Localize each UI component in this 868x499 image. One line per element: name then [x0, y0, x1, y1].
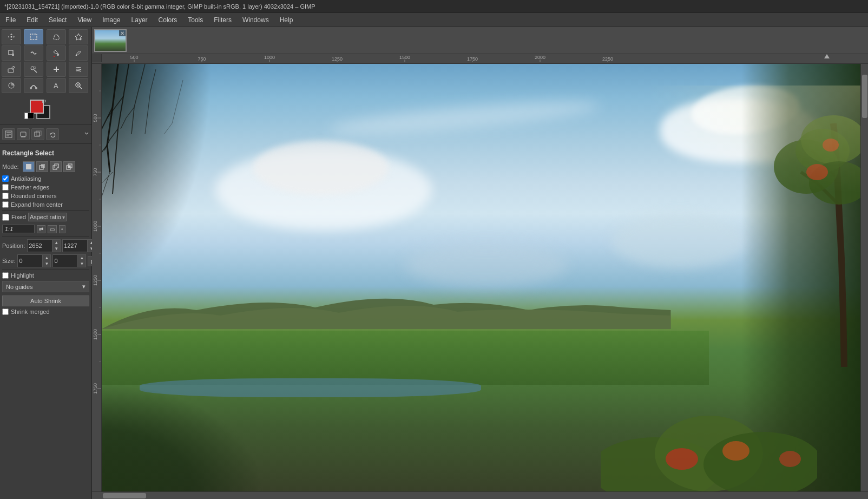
- bucket-fill-tool[interactable]: [47, 45, 66, 61]
- size-h-down[interactable]: ▼: [77, 261, 86, 267]
- canvas-image-area[interactable]: [102, 64, 860, 491]
- position-y-input[interactable]: [63, 241, 87, 250]
- position-x-input[interactable]: [28, 241, 52, 250]
- heal-tool[interactable]: [47, 62, 66, 77]
- close-image-icon[interactable]: ✕: [119, 30, 126, 36]
- svg-rect-14: [21, 132, 26, 136]
- tool-options-panel: Rectangle Select Mode:: [0, 146, 91, 499]
- divider-4: [2, 237, 89, 237]
- ratio-size-btn2[interactable]: ▫: [59, 225, 65, 233]
- expand-from-center-label[interactable]: Expand from center: [2, 201, 63, 208]
- fuzzy-select-tool[interactable]: [69, 29, 88, 44]
- toolbox-row3: [0, 62, 91, 78]
- svg-rect-1: [30, 34, 37, 40]
- svg-point-77: [666, 448, 698, 470]
- mode-row: Mode:: [2, 161, 89, 172]
- erase-tool[interactable]: [2, 62, 21, 77]
- hscroll-thumb[interactable]: [103, 493, 146, 498]
- swap-colors-icon[interactable]: ⇄: [42, 99, 46, 104]
- menu-image[interactable]: Image: [97, 13, 126, 27]
- position-x-up[interactable]: ▲: [52, 240, 60, 246]
- path-tool[interactable]: [24, 78, 43, 93]
- svg-text:1750: 1750: [467, 56, 478, 62]
- fixed-checkbox[interactable]: [2, 214, 9, 221]
- menubar: File Edit Select View Image Layer Colors…: [0, 13, 868, 27]
- menu-filters[interactable]: Filters: [208, 13, 237, 27]
- menu-edit[interactable]: Edit: [21, 13, 43, 27]
- divider-5: [2, 270, 89, 270]
- menu-layer[interactable]: Layer: [126, 13, 153, 27]
- ratio-swap-btn[interactable]: ⇄: [37, 225, 45, 233]
- free-select-tool[interactable]: [47, 29, 66, 44]
- menu-help[interactable]: Help: [274, 13, 299, 27]
- size-h-input[interactable]: [53, 257, 77, 265]
- pencil-tool[interactable]: [69, 45, 88, 61]
- ratio-input[interactable]: [2, 225, 35, 233]
- mode-intersect[interactable]: [63, 161, 75, 172]
- size-w-input[interactable]: [18, 257, 42, 265]
- antialiasing-label[interactable]: Antialiasing: [2, 175, 41, 182]
- guides-dropdown[interactable]: No guides ▾: [2, 281, 89, 292]
- mode-subtract[interactable]: [50, 161, 62, 172]
- size-w-up[interactable]: ▲: [42, 255, 50, 261]
- menu-view[interactable]: View: [72, 13, 97, 27]
- antialiasing-checkbox[interactable]: [2, 175, 9, 182]
- auto-shrink-button[interactable]: Auto Shrink: [2, 296, 89, 306]
- menu-tools[interactable]: Tools: [182, 13, 208, 27]
- tool-options-title: Rectangle Select: [2, 148, 89, 158]
- rounded-corners-checkbox[interactable]: [2, 193, 9, 199]
- images-panel-icon[interactable]: [31, 128, 44, 140]
- size-h-wrapper: ▲ ▼: [52, 254, 86, 267]
- color-swatches-area: ⇄: [0, 95, 91, 122]
- aspect-ratio-dropdown[interactable]: Aspect ratio ▾: [28, 213, 67, 221]
- device-status-icon[interactable]: [17, 128, 30, 140]
- canvas-area: ✕ 500 750 1000 1250: [92, 27, 868, 499]
- warp-tool[interactable]: [24, 45, 43, 61]
- transform-tool[interactable]: [2, 45, 21, 61]
- tool-options-panel-icon[interactable]: [2, 128, 15, 140]
- move-tool[interactable]: [2, 29, 21, 44]
- default-colors-icon[interactable]: [28, 113, 34, 119]
- ratio-size-btn[interactable]: ▭: [48, 225, 57, 233]
- mode-replace[interactable]: [23, 161, 35, 172]
- dodge-burn-tool[interactable]: [2, 78, 21, 93]
- shrink-merged-label[interactable]: Shrink merged: [2, 308, 50, 315]
- menu-file[interactable]: File: [0, 13, 21, 27]
- fixed-row: Fixed Aspect ratio ▾: [2, 213, 89, 221]
- shrink-merged-checkbox[interactable]: [2, 308, 9, 315]
- zoom-tool[interactable]: [69, 78, 88, 93]
- position-x-down[interactable]: ▼: [52, 246, 60, 252]
- menu-select[interactable]: Select: [43, 13, 72, 27]
- position-x-spin: ▲ ▼: [52, 240, 60, 252]
- size-w-down[interactable]: ▼: [42, 261, 50, 267]
- titlebar: *[20231031_154721] (imported)-1.0 (RGB c…: [0, 0, 868, 13]
- clone-tool[interactable]: [24, 62, 43, 77]
- size-label: Size:: [2, 258, 15, 264]
- fixed-checkbox-label[interactable]: Fixed: [2, 214, 26, 221]
- svg-text:1000: 1000: [264, 55, 275, 60]
- collapse-panel-btn[interactable]: [84, 130, 89, 138]
- svg-rect-25: [68, 166, 70, 168]
- horizontal-scrollbar[interactable]: [92, 491, 868, 499]
- mode-add[interactable]: [36, 161, 48, 172]
- antialiasing-row: Antialiasing: [2, 175, 89, 182]
- rounded-corners-label[interactable]: Rounded corners: [2, 193, 56, 199]
- menu-windows[interactable]: Windows: [237, 13, 274, 27]
- vertical-scrollbar[interactable]: [860, 64, 868, 491]
- text-tool[interactable]: A: [47, 78, 66, 93]
- position-row: Position: ▲ ▼ ▲ ▼: [2, 239, 89, 252]
- highlight-checkbox[interactable]: [2, 272, 9, 279]
- vscroll-thumb[interactable]: [862, 75, 867, 118]
- svg-point-0: [11, 36, 12, 38]
- image-thumbnail[interactable]: ✕: [94, 29, 127, 52]
- svg-text:1250: 1250: [332, 56, 343, 62]
- menu-colors[interactable]: Colors: [153, 13, 183, 27]
- size-h-up[interactable]: ▲: [77, 255, 86, 261]
- smudge-tool[interactable]: [69, 62, 88, 77]
- feather-edges-checkbox[interactable]: [2, 184, 9, 191]
- expand-from-center-checkbox[interactable]: [2, 201, 9, 208]
- highlight-label[interactable]: Highlight: [2, 272, 34, 279]
- rect-select-tool[interactable]: [24, 29, 43, 44]
- feather-edges-label[interactable]: Feather edges: [2, 184, 49, 191]
- undo-history-icon[interactable]: [46, 128, 59, 140]
